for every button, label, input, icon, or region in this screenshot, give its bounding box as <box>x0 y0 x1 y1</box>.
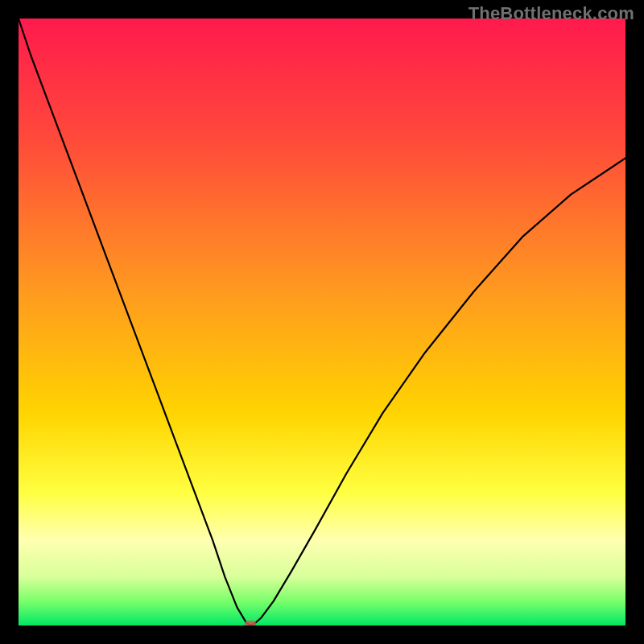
minimum-marker <box>245 621 256 625</box>
chart-frame: { "watermark": "TheBottleneck.com", "cha… <box>0 0 644 644</box>
bottleneck-plot <box>19 19 625 625</box>
gradient-bg <box>19 19 625 625</box>
watermark-text: TheBottleneck.com <box>469 3 634 24</box>
